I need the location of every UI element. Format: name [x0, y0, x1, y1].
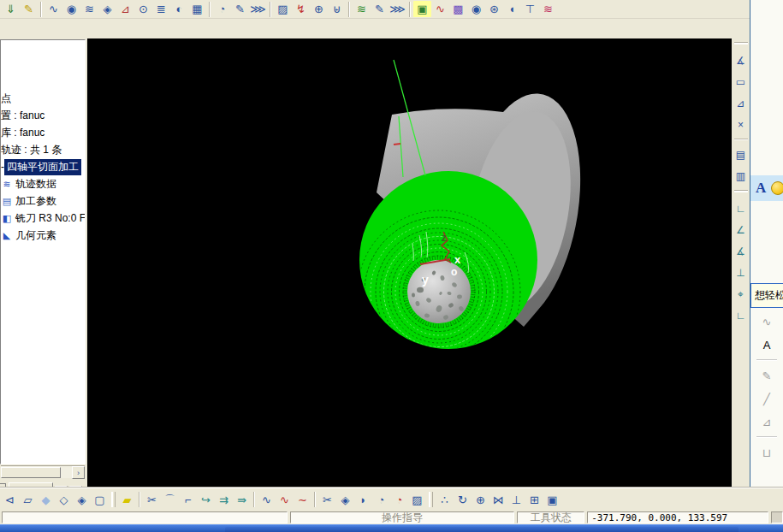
axis-3d-icon[interactable]: ⊥: [733, 264, 749, 281]
axis-plane-icon[interactable]: ⌖: [733, 286, 749, 302]
quad-surface2-icon[interactable]: ◇: [55, 492, 73, 508]
text-tool-icon[interactable]: A: [756, 335, 777, 354]
toolbar-grip[interactable]: [111, 492, 116, 507]
viewport-3d[interactable]: z x o y: [87, 38, 732, 488]
dim-linear-icon[interactable]: ╱: [756, 389, 777, 408]
language-bar[interactable]: A: [750, 175, 783, 201]
tree-item[interactable]: ▤加工参数: [1, 192, 86, 210]
cut-x-icon[interactable]: ×: [733, 116, 749, 133]
globe-path-icon[interactable]: ⊕: [310, 1, 328, 17]
square-spiral-icon[interactable]: ▣: [413, 1, 431, 17]
shell-path-icon[interactable]: ◉: [467, 1, 485, 17]
sphere-lines-icon[interactable]: ⊕: [472, 492, 489, 508]
fan-red-icon[interactable]: ◔: [390, 492, 408, 508]
extend-icon[interactable]: ↪: [197, 492, 215, 508]
axis-move-icon[interactable]: ∟: [733, 307, 749, 323]
trim-icon[interactable]: ✂: [143, 492, 161, 508]
process-tree-panel: 点置 : fanuc库 : fanuc轨迹 : 共 1 条-四轴平切面加工≋轨迹…: [0, 38, 86, 486]
tree-item[interactable]: -四轴平切面加工: [1, 158, 86, 175]
dim-angle-icon[interactable]: ⊿: [756, 412, 777, 431]
rough-cut-icon[interactable]: ◔: [213, 1, 231, 17]
spiral-machining-icon[interactable]: ≣: [152, 1, 170, 17]
spline-tool-icon[interactable]: ∿: [756, 312, 777, 331]
tree-horizontal-scrollbar[interactable]: ›: [1, 465, 85, 478]
tree-item[interactable]: 置 : fanuc: [1, 107, 86, 124]
scrollbar-thumb[interactable]: [1, 467, 61, 478]
chamfer-path-icon[interactable]: ⋙: [249, 1, 267, 17]
guide-cut-icon[interactable]: ⊿: [116, 1, 134, 17]
ruler-icon[interactable]: ▭: [733, 74, 749, 90]
param-line-machining-icon[interactable]: ∿: [44, 1, 62, 17]
tree-item[interactable]: ◧铣刀 R3 No:0 F: [1, 210, 86, 227]
chamfer-icon[interactable]: ⌐: [179, 492, 197, 508]
multi-surface-icon[interactable]: ≋: [80, 1, 98, 17]
tree-item[interactable]: 库 : fanuc: [1, 124, 86, 141]
disc-machining-icon[interactable]: ◐: [170, 1, 188, 17]
rotate-copy-icon[interactable]: ↻: [454, 492, 472, 508]
engrave-icon[interactable]: ✎: [231, 1, 249, 17]
spline-red-icon[interactable]: ∿: [276, 492, 294, 508]
toolbar-grip[interactable]: [734, 191, 748, 195]
spline-z-icon[interactable]: ∼: [294, 492, 311, 508]
tree-item[interactable]: 点: [1, 90, 86, 107]
post-process-icon[interactable]: ⇓: [2, 1, 20, 17]
axis-rotate-icon[interactable]: ∠: [733, 222, 749, 238]
tree-item[interactable]: 轨迹 : 共 1 条: [1, 141, 86, 158]
chain-arrow-icon[interactable]: ⇉: [215, 492, 233, 508]
taskbar[interactable]: [0, 524, 783, 532]
drill-point-icon[interactable]: ↯: [292, 1, 310, 17]
tree-item[interactable]: ≋轨迹数据: [1, 175, 86, 192]
hatch-quads-icon[interactable]: ▨: [408, 492, 426, 508]
spline-icon[interactable]: ∿: [258, 492, 276, 508]
sheet-edit-icon[interactable]: ▥: [733, 168, 749, 184]
toolbar-grip[interactable]: [429, 492, 433, 507]
surface-quad-icon[interactable]: ◈: [336, 492, 354, 508]
window-move-icon[interactable]: ▣: [543, 492, 561, 508]
axis-measure-icon[interactable]: ∡: [733, 243, 749, 259]
grid-array-icon[interactable]: ⊞: [525, 492, 543, 508]
set-square-icon[interactable]: ⊿: [733, 95, 749, 111]
toolbar-separator: [40, 2, 42, 17]
cut-surface-icon[interactable]: ✂: [318, 492, 336, 508]
crown-machining-icon[interactable]: ▦: [188, 1, 206, 17]
red-curve-icon[interactable]: ∿: [431, 1, 449, 17]
dim-pencil-icon[interactable]: ✎: [756, 366, 777, 385]
arrows-path-icon[interactable]: ⋙: [389, 1, 406, 17]
fan-icon[interactable]: ◔: [372, 492, 390, 508]
plane-icon[interactable]: ▱: [19, 492, 37, 508]
hatch-path-icon[interactable]: ▨: [274, 1, 292, 17]
fan-hatch-icon[interactable]: ▩: [449, 1, 467, 17]
flag-plane-icon[interactable]: ⊲: [1, 492, 19, 508]
circle-dots-icon[interactable]: ∴: [436, 492, 454, 508]
scroll-right-button[interactable]: ›: [72, 466, 85, 479]
tree-item[interactable]: ◣几何元素: [1, 227, 86, 244]
simulate-icon[interactable]: ✎: [20, 1, 38, 17]
toolbar-grip[interactable]: [734, 43, 748, 47]
rabbit-sim-icon[interactable]: ◖: [503, 1, 521, 17]
chain-arrow2-icon[interactable]: ⇛: [233, 492, 251, 508]
dashed-cube-icon[interactable]: ▢: [91, 492, 109, 508]
bell-axis-icon[interactable]: ⊥: [507, 492, 525, 508]
mirror-icon[interactable]: ⋈: [489, 492, 507, 508]
axis-xy-icon[interactable]: ∟: [733, 200, 749, 216]
process-tree[interactable]: 点置 : fanuc库 : fanuc轨迹 : 共 1 条-四轴平切面加工≋轨迹…: [0, 39, 86, 464]
dim-depth-icon[interactable]: ⊔: [756, 443, 777, 462]
surface-wave-icon[interactable]: ◗: [354, 492, 372, 508]
double-quad-icon[interactable]: ◈: [73, 492, 91, 508]
cup-tool-icon[interactable]: ⊎: [328, 1, 346, 17]
facet-machining-icon[interactable]: ◈: [98, 1, 116, 17]
fillet-icon[interactable]: ⌒: [161, 492, 179, 508]
m-curves-icon[interactable]: ≋: [539, 1, 557, 17]
toolbar-separator: [756, 436, 777, 438]
pin-surface-icon[interactable]: ⊙: [134, 1, 152, 17]
spiral-green-icon[interactable]: ≋: [353, 1, 371, 17]
taskbar-button[interactable]: [225, 527, 739, 532]
quad-surface-icon[interactable]: ◆: [37, 492, 55, 508]
plug-post-icon[interactable]: ⊤: [521, 1, 539, 17]
coord-plot-icon[interactable]: ∡: [733, 52, 749, 68]
globe2-icon[interactable]: ⊛: [485, 1, 503, 17]
sheet-list-icon[interactable]: ▤: [733, 146, 749, 163]
eraser-icon[interactable]: ▰: [118, 492, 136, 508]
contour-rough-icon[interactable]: ◉: [62, 1, 80, 17]
engrave2-icon[interactable]: ✎: [371, 1, 389, 17]
